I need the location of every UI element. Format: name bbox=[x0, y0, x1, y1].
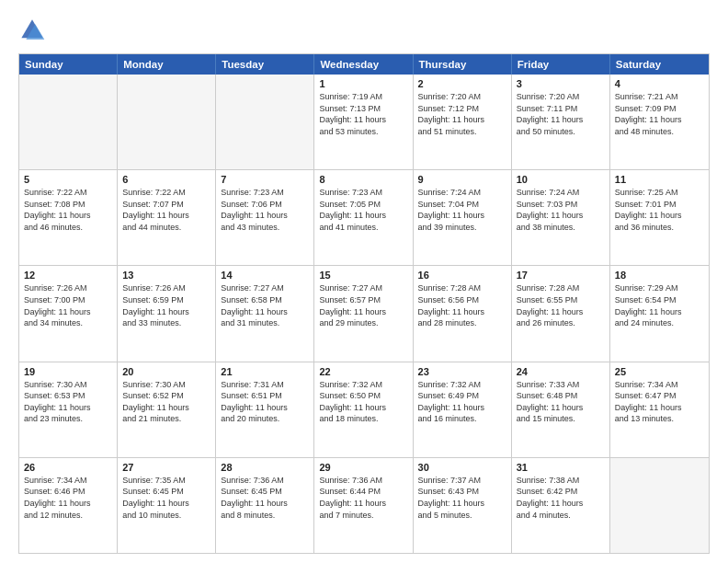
calendar-cell: 13Sunrise: 7:26 AMSunset: 6:59 PMDayligh… bbox=[118, 266, 216, 361]
cell-info-line: Sunrise: 7:19 AM bbox=[319, 91, 407, 103]
cell-info-line: Sunrise: 7:28 AM bbox=[517, 282, 605, 294]
calendar-cell: 2Sunrise: 7:20 AMSunset: 7:12 PMDaylight… bbox=[414, 75, 512, 169]
cell-info-line: Sunrise: 7:33 AM bbox=[517, 379, 605, 391]
cell-info-line: Daylight: 11 hours bbox=[517, 114, 605, 126]
cell-info-line: Sunrise: 7:21 AM bbox=[615, 91, 704, 103]
calendar-cell: 10Sunrise: 7:24 AMSunset: 7:03 PMDayligh… bbox=[512, 170, 610, 265]
cell-info-line: and 18 minutes. bbox=[319, 413, 407, 425]
day-number: 2 bbox=[418, 78, 506, 89]
header-day-monday: Monday bbox=[118, 54, 216, 75]
calendar-cell: 25Sunrise: 7:34 AMSunset: 6:47 PMDayligh… bbox=[610, 362, 709, 457]
calendar-cell: 16Sunrise: 7:28 AMSunset: 6:56 PMDayligh… bbox=[414, 266, 512, 361]
cell-info-line: and 23 minutes. bbox=[24, 413, 112, 425]
cell-info-line: Sunrise: 7:22 AM bbox=[24, 187, 112, 199]
cell-info-line: and 44 minutes. bbox=[122, 222, 210, 234]
cell-info-line: Daylight: 11 hours bbox=[122, 498, 210, 510]
cell-info-line: Sunrise: 7:26 AM bbox=[24, 282, 112, 294]
cell-info-line: and 4 minutes. bbox=[517, 510, 605, 522]
day-number: 25 bbox=[615, 366, 704, 377]
cell-info-line: Sunset: 6:56 PM bbox=[418, 294, 506, 306]
cell-info-line: Sunset: 6:52 PM bbox=[122, 390, 210, 402]
day-number: 22 bbox=[319, 366, 407, 377]
cell-info-line: Daylight: 11 hours bbox=[24, 210, 112, 222]
header-day-saturday: Saturday bbox=[610, 54, 709, 75]
calendar-row-1: 1Sunrise: 7:19 AMSunset: 7:13 PMDaylight… bbox=[19, 75, 709, 169]
cell-info-line: Sunset: 7:07 PM bbox=[122, 199, 210, 211]
calendar-cell bbox=[216, 75, 314, 169]
cell-info-line: Daylight: 11 hours bbox=[418, 210, 506, 222]
cell-info-line: Daylight: 11 hours bbox=[615, 114, 704, 126]
day-number: 9 bbox=[418, 174, 506, 185]
cell-info-line: Sunrise: 7:31 AM bbox=[221, 379, 309, 391]
cell-info-line: Sunset: 6:45 PM bbox=[122, 486, 210, 498]
cell-info-line: and 50 minutes. bbox=[517, 126, 605, 138]
cell-info-line: Daylight: 11 hours bbox=[221, 306, 309, 318]
day-number: 15 bbox=[319, 270, 407, 281]
cell-info-line: Sunrise: 7:34 AM bbox=[615, 379, 704, 391]
cell-info-line: Daylight: 11 hours bbox=[517, 498, 605, 510]
cell-info-line: and 38 minutes. bbox=[517, 222, 605, 234]
calendar-body: 1Sunrise: 7:19 AMSunset: 7:13 PMDaylight… bbox=[19, 75, 709, 553]
day-number: 18 bbox=[615, 270, 704, 281]
cell-info-line: Daylight: 11 hours bbox=[319, 210, 407, 222]
cell-info-line: and 20 minutes. bbox=[221, 413, 309, 425]
logo bbox=[18, 17, 50, 44]
cell-info-line: Sunset: 6:43 PM bbox=[418, 486, 506, 498]
day-number: 3 bbox=[517, 78, 605, 89]
cell-info-line: Sunrise: 7:24 AM bbox=[517, 187, 605, 199]
day-number: 27 bbox=[122, 462, 210, 473]
cell-info-line: and 46 minutes. bbox=[24, 222, 112, 234]
cell-info-line: Sunset: 7:13 PM bbox=[319, 103, 407, 115]
cell-info-line: Daylight: 11 hours bbox=[418, 114, 506, 126]
day-number: 6 bbox=[122, 174, 210, 185]
calendar-cell: 6Sunrise: 7:22 AMSunset: 7:07 PMDaylight… bbox=[118, 170, 216, 265]
cell-info-line: Sunrise: 7:36 AM bbox=[221, 475, 309, 487]
cell-info-line: Sunrise: 7:37 AM bbox=[418, 475, 506, 487]
cell-info-line: Daylight: 11 hours bbox=[319, 306, 407, 318]
cell-info-line: Daylight: 11 hours bbox=[418, 402, 506, 414]
cell-info-line: and 12 minutes. bbox=[24, 510, 112, 522]
day-number: 4 bbox=[615, 78, 704, 89]
cell-info-line: Sunset: 7:04 PM bbox=[418, 199, 506, 211]
cell-info-line: and 13 minutes. bbox=[615, 413, 704, 425]
day-number: 13 bbox=[122, 270, 210, 281]
cell-info-line: and 8 minutes. bbox=[221, 510, 309, 522]
calendar-cell: 30Sunrise: 7:37 AMSunset: 6:43 PMDayligh… bbox=[414, 458, 512, 553]
day-number: 28 bbox=[221, 462, 309, 473]
cell-info-line: Daylight: 11 hours bbox=[122, 402, 210, 414]
cell-info-line: Sunset: 6:51 PM bbox=[221, 390, 309, 402]
cell-info-line: Sunrise: 7:32 AM bbox=[418, 379, 506, 391]
day-number: 19 bbox=[24, 366, 112, 377]
calendar-cell bbox=[19, 75, 118, 169]
cell-info-line: Daylight: 11 hours bbox=[24, 306, 112, 318]
cell-info-line: Sunrise: 7:22 AM bbox=[122, 187, 210, 199]
cell-info-line: Sunset: 6:58 PM bbox=[221, 294, 309, 306]
calendar-cell bbox=[610, 458, 709, 553]
day-number: 5 bbox=[24, 174, 112, 185]
cell-info-line: Sunset: 7:08 PM bbox=[24, 199, 112, 211]
cell-info-line: Sunset: 7:03 PM bbox=[517, 199, 605, 211]
cell-info-line: and 51 minutes. bbox=[418, 126, 506, 138]
calendar-cell: 29Sunrise: 7:36 AMSunset: 6:44 PMDayligh… bbox=[314, 458, 413, 553]
day-number: 16 bbox=[418, 270, 506, 281]
cell-info-line: Daylight: 11 hours bbox=[221, 402, 309, 414]
calendar-cell: 21Sunrise: 7:31 AMSunset: 6:51 PMDayligh… bbox=[216, 362, 314, 457]
cell-info-line: Sunrise: 7:29 AM bbox=[615, 282, 704, 294]
cell-info-line: Sunset: 6:46 PM bbox=[24, 486, 112, 498]
cell-info-line: Sunrise: 7:27 AM bbox=[319, 282, 407, 294]
cell-info-line: Sunset: 7:12 PM bbox=[418, 103, 506, 115]
cell-info-line: Daylight: 11 hours bbox=[517, 402, 605, 414]
cell-info-line: Sunset: 6:49 PM bbox=[418, 390, 506, 402]
cell-info-line: Sunset: 7:01 PM bbox=[615, 199, 704, 211]
cell-info-line: Sunset: 6:45 PM bbox=[221, 486, 309, 498]
cell-info-line: Daylight: 11 hours bbox=[615, 210, 704, 222]
logo-icon bbox=[18, 17, 46, 44]
calendar-cell: 23Sunrise: 7:32 AMSunset: 6:49 PMDayligh… bbox=[414, 362, 512, 457]
cell-info-line: and 41 minutes. bbox=[319, 222, 407, 234]
day-number: 14 bbox=[221, 270, 309, 281]
cell-info-line: and 16 minutes. bbox=[418, 413, 506, 425]
calendar-cell: 4Sunrise: 7:21 AMSunset: 7:09 PMDaylight… bbox=[610, 75, 709, 169]
cell-info-line: Daylight: 11 hours bbox=[319, 114, 407, 126]
calendar: SundayMondayTuesdayWednesdayThursdayFrid… bbox=[18, 53, 710, 554]
day-number: 17 bbox=[517, 270, 605, 281]
